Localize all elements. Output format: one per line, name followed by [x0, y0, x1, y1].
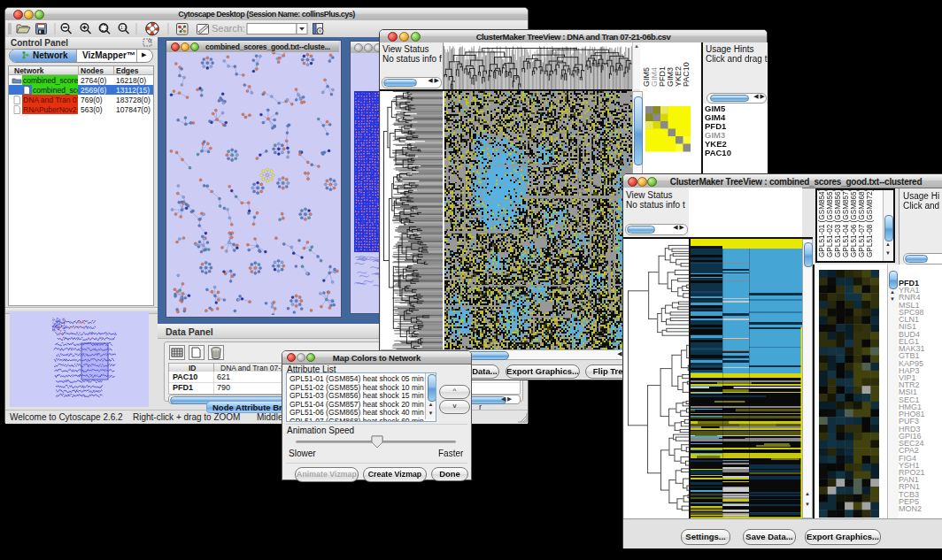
svg-text:GPL51-02 (GSM855): GPL51-02 (GSM855)	[826, 190, 834, 257]
svg-text:GPL51-08 (GSM872): GPL51-08 (GSM872)	[866, 190, 874, 257]
svg-text:PAC10: PAC10	[682, 62, 691, 87]
svg-text:GPL51-07 (GSM868): GPL51-07 (GSM868)	[858, 190, 866, 257]
svg-text:GPL51-03 (GSM856): GPL51-03 (GSM856)	[834, 190, 842, 257]
svg-text:GPL51-01 (GSM854): GPL51-01 (GSM854)	[818, 190, 826, 257]
svg-text:GPL51-06 (GSM865): GPL51-06 (GSM865)	[850, 190, 858, 257]
svg-text:Search:: Search:	[212, 23, 245, 34]
svg-text:GPL51-04 (GSM857): GPL51-04 (GSM857)	[842, 190, 850, 257]
svg-text:1:1: 1:1	[120, 25, 127, 30]
